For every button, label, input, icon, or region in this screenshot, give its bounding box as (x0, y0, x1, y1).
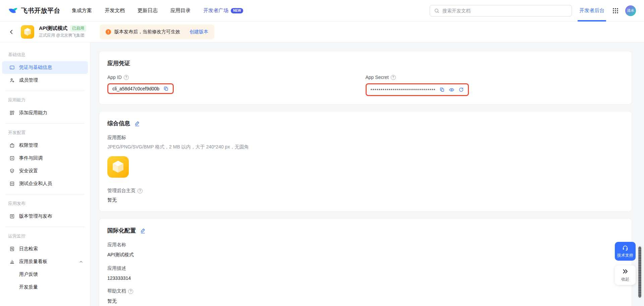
collapse-button[interactable]: 收起 (615, 265, 636, 285)
eye-icon[interactable] (449, 87, 454, 93)
feishu-logo-icon (8, 6, 18, 16)
i18n-title: 国际化配置 (107, 227, 136, 234)
nav-item-solutions[interactable]: 集成方案 (72, 7, 92, 14)
sidebar-item-label: 日志检索 (19, 246, 38, 252)
sidebar-item-credentials[interactable]: 凭证与基础信息 (2, 61, 88, 74)
help-icon[interactable]: ? (391, 75, 396, 80)
credentials-title: 应用凭证 (107, 59, 130, 67)
sidebar-item-permissions[interactable]: 权限管理 (2, 139, 88, 152)
sidebar-divider (5, 91, 85, 91)
scrollbar-thumb[interactable] (638, 247, 641, 298)
edit-pencil-icon[interactable] (140, 228, 146, 234)
homepage-label: 管理后台主页 (107, 188, 136, 194)
shield-check-icon (9, 168, 15, 174)
user-add-icon (9, 78, 15, 83)
avatar[interactable]: 清水 (625, 5, 636, 16)
sidebar-item-label: 权限管理 (19, 142, 38, 148)
tech-support-button[interactable]: 技术支持 (615, 242, 636, 261)
sidebar-item-label: 事件与回调 (19, 155, 43, 161)
app-desc-value: 123333314 (107, 275, 624, 281)
sidebar-item-test-enterprise[interactable]: 测试企业和人员 (2, 177, 88, 190)
main-content: 应用凭证 App ID ? cli_a58d47c0cef9d00b (90, 42, 644, 306)
id-card-icon (9, 65, 15, 70)
sidebar-divider (5, 123, 85, 124)
nav-item-changelog[interactable]: 更新日志 (138, 7, 158, 14)
grid-add-icon (9, 110, 15, 116)
app-header-bar: API测试模式 已启用 正式应用 @北京腾飞集团 ! 版本发布后，当前修改方可生… (0, 21, 644, 42)
apps-grid-icon[interactable] (612, 8, 619, 14)
copy-icon[interactable] (439, 87, 445, 92)
search-icon (434, 8, 439, 13)
back-button[interactable] (7, 27, 16, 37)
help-icon[interactable]: ? (138, 188, 143, 193)
help-doc-value: 暂无 (107, 298, 624, 304)
app-icon-hint: JPEG/PNG/SVG/BMP 格式，2 MB 以内，大于 240*240 p… (107, 144, 624, 150)
app-subtitle: 正式应用 @北京腾飞集团 (39, 33, 86, 38)
app-id-field: App ID ? cli_a58d47c0cef9d00b (107, 75, 366, 96)
app-secret-label: App Secret (366, 75, 389, 80)
double-chevron-right-icon (622, 268, 629, 275)
credentials-card: 应用凭证 App ID ? cli_a58d47c0cef9d00b (99, 51, 632, 104)
brand-title: 飞书开放平台 (21, 6, 60, 15)
app-desc-field: 应用描述 123333314 (107, 265, 624, 281)
sidebar: 基础信息 凭证与基础信息 成员管理 应用能力 (0, 42, 90, 306)
sidebar-item-events-callbacks[interactable]: 事件与回调 (2, 152, 88, 165)
create-version-link[interactable]: 创建版本 (190, 29, 208, 35)
sidebar-item-label: 用户反馈 (19, 271, 38, 277)
app-title-block: API测试模式 已启用 正式应用 @北京腾飞集团 (39, 25, 86, 38)
nav-item-developer-plaza[interactable]: 开发者广场 NEW (203, 7, 243, 14)
sidebar-item-members[interactable]: 成员管理 (2, 74, 88, 87)
sidebar-divider (5, 227, 85, 227)
sidebar-item-quality-dashboard[interactable]: 应用质量看板 (2, 255, 88, 268)
nav-item-app-directory[interactable]: 应用目录 (170, 7, 191, 14)
sidebar-item-label: 测试企业和人员 (19, 181, 52, 187)
sidebar-item-version-release[interactable]: 版本管理与发布 (2, 210, 88, 223)
new-badge: NEW (231, 8, 243, 13)
app-id-value: cli_a58d47c0cef9d00b (112, 86, 159, 91)
avatar-text: 清水 (627, 8, 634, 13)
sidebar-divider (5, 194, 85, 194)
app-id-annotation-box: cli_a58d47c0cef9d00b (107, 83, 174, 94)
sidebar-item-dev-quality[interactable]: 开发质量 (2, 281, 88, 294)
notice-text: 版本发布后，当前修改方可生效 (114, 29, 180, 35)
sidebar-item-user-feedback[interactable]: 用户反馈 (2, 268, 88, 281)
sidebar-item-security[interactable]: 安全设置 (2, 165, 88, 177)
square-plus-icon (9, 156, 15, 161)
warning-icon: ! (106, 29, 111, 35)
sidebar-item-add-capability[interactable]: 添加应用能力 (2, 106, 88, 119)
sidebar-section-capabilities: 应用能力 (0, 95, 90, 106)
developer-console-label: 开发者后台 (579, 7, 604, 14)
app-secret-value: ******************************** (371, 86, 436, 93)
copy-icon[interactable] (163, 86, 169, 91)
general-info-title: 综合信息 (107, 120, 130, 127)
developer-console-link[interactable]: 开发者后台 (579, 0, 604, 21)
bar-chart-icon (9, 259, 15, 264)
chevron-up-icon[interactable] (79, 260, 83, 264)
general-info-card: 综合信息 应用图标 JPEG/PNG/SVG/BMP 格式，2 MB 以内，大于… (99, 111, 632, 212)
sidebar-item-log-search[interactable]: 日志检索 (2, 243, 88, 255)
i18n-config-card: 国际化配置 应用名称 API测试模式 应用描述 123333314 帮助文档 ? (99, 218, 632, 306)
brand[interactable]: 飞书开放平台 (8, 6, 60, 16)
sidebar-item-label: 开发质量 (19, 284, 38, 290)
version-notice-banner: ! 版本发布后，当前修改方可生效 创建版本 (100, 25, 214, 39)
collapse-label: 收起 (621, 276, 629, 282)
scrollbar[interactable] (637, 246, 642, 299)
headset-icon (622, 245, 629, 251)
nav-item-docs[interactable]: 开发文档 (105, 7, 125, 14)
tech-support-label: 技术支持 (617, 253, 633, 258)
app-name: API测试模式 (39, 25, 67, 32)
sidebar-section-basic: 基础信息 (0, 50, 90, 61)
app-icon (21, 25, 34, 39)
search-input[interactable] (442, 8, 568, 13)
app-id-label: App ID (107, 75, 122, 80)
sidebar-item-label: 添加应用能力 (19, 110, 47, 116)
help-doc-field: 帮助文档 ? 暂无 (107, 288, 624, 304)
refresh-icon[interactable] (459, 87, 464, 92)
help-icon[interactable]: ? (128, 289, 133, 294)
help-icon[interactable]: ? (124, 75, 129, 80)
search-box[interactable] (430, 5, 572, 16)
sidebar-item-label: 凭证与基础信息 (19, 64, 52, 71)
nav-item-label: 开发者广场 (203, 7, 228, 14)
edit-pencil-icon[interactable] (134, 121, 140, 127)
top-navbar: 飞书开放平台 集成方案 开发文档 更新日志 应用目录 开发者广场 NEW 开发者… (0, 0, 644, 21)
